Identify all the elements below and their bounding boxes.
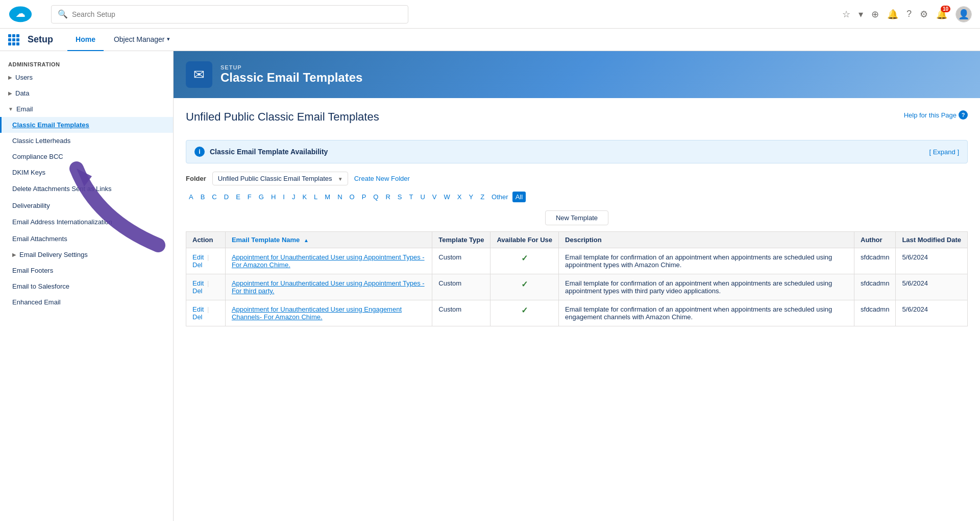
create-new-folder-link[interactable]: Create New Folder	[354, 175, 410, 182]
alpha-btn-D[interactable]: D	[221, 192, 232, 202]
alpha-btn-all[interactable]: All	[512, 192, 526, 202]
help-button[interactable]: ?	[906, 9, 912, 19]
alpha-btn-O[interactable]: O	[347, 192, 358, 202]
page-title: Classic Email Templates	[220, 70, 362, 85]
alpha-btn-T[interactable]: T	[406, 192, 416, 202]
alpha-btn-B[interactable]: B	[198, 192, 208, 202]
row3-name: Appointment for Unauthenticated User usi…	[225, 300, 432, 326]
favorites-button[interactable]: ☆	[842, 9, 850, 20]
alpha-btn-G[interactable]: G	[256, 192, 267, 202]
alpha-btn-L[interactable]: L	[311, 192, 321, 202]
row2-edit-link[interactable]: Edit	[192, 279, 204, 287]
col-action: Action	[186, 232, 226, 248]
sidebar-item-classic-letterheads[interactable]: Classic Letterheads	[0, 133, 173, 149]
alpha-btn-V[interactable]: V	[429, 192, 440, 202]
row2-template-link[interactable]: Appointment for Unauthenticated User usi…	[232, 279, 425, 295]
content-title: Unfiled Public Classic Email Templates	[186, 110, 968, 124]
tab-object-manager[interactable]: Object Manager ▾	[106, 29, 178, 51]
alpha-btn-M[interactable]: M	[322, 192, 333, 202]
salesforce-logo[interactable]: ☁	[8, 6, 33, 23]
alpha-btn-U[interactable]: U	[417, 192, 428, 202]
alpha-btn-K[interactable]: K	[299, 192, 310, 202]
alpha-btn-W[interactable]: W	[441, 192, 453, 202]
sidebar-item-classic-email-templates[interactable]: Classic Email Templates	[0, 117, 173, 133]
alpha-btn-Q[interactable]: Q	[370, 192, 381, 202]
sidebar-item-data[interactable]: ▶ Data	[0, 85, 173, 101]
row1-action: Edit | Del	[186, 248, 226, 274]
alpha-btn-C[interactable]: C	[209, 192, 219, 202]
col-description: Description	[559, 232, 854, 248]
sidebar-item-users[interactable]: ▶ Users	[0, 69, 173, 85]
row3-author: sfdcadmn	[854, 300, 896, 326]
settings-button[interactable]: ⚙	[920, 9, 928, 20]
alpha-btn-E[interactable]: E	[233, 192, 243, 202]
notifications-button[interactable]: 🔔 10	[936, 9, 947, 20]
sidebar-item-email-label: Email	[16, 105, 33, 113]
new-template-button[interactable]: New Template	[545, 210, 608, 225]
row3-edit-link[interactable]: Edit	[192, 305, 204, 313]
sidebar-item-enhanced-email[interactable]: Enhanced Email	[0, 294, 173, 310]
content-area: Help for this Page ? Unfiled Public Clas…	[174, 98, 980, 521]
sidebar-item-email[interactable]: ▼ Email	[0, 101, 173, 117]
row2-name: Appointment for Unauthenticated User usi…	[225, 274, 432, 300]
help-icon: ?	[959, 110, 968, 120]
col-template-type: Template Type	[432, 232, 491, 248]
row1-edit-link[interactable]: Edit	[192, 253, 204, 261]
alpha-btn-H[interactable]: H	[268, 192, 279, 202]
app-launcher-button[interactable]	[8, 34, 19, 45]
alpha-btn-A[interactable]: A	[186, 192, 197, 202]
alpha-btn-J[interactable]: J	[289, 192, 299, 202]
top-nav-right: ☆ ▾ ⊕ 🔔 ? ⚙ 🔔 10 👤	[842, 6, 972, 22]
sidebar-item-deliverability[interactable]: Deliverability	[0, 198, 173, 214]
sidebar-item-email-address-intl[interactable]: Email Address Internationalization	[0, 214, 173, 231]
sidebar-item-email-to-salesforce[interactable]: Email to Salesforce	[0, 278, 173, 294]
row1-del-link[interactable]: Del	[192, 261, 203, 269]
sidebar-item-delete-attachments[interactable]: Delete Attachments Sent as Links	[0, 180, 173, 198]
top-nav: ☁ 🔍 ☆ ▾ ⊕ 🔔 ? ⚙ 🔔 10 👤	[0, 0, 980, 29]
folder-row: Folder Unfiled Public Classic Email Temp…	[186, 172, 968, 185]
alpha-btn-Z[interactable]: Z	[477, 192, 487, 202]
expand-link[interactable]: [ Expand ]	[929, 148, 959, 156]
search-input[interactable]	[72, 10, 402, 18]
table-row: Edit | Del Appointment for Unauthenticat…	[186, 300, 968, 326]
info-section-label: Classic Email Template Availability	[210, 148, 328, 156]
alpha-btn-S[interactable]: S	[395, 192, 405, 202]
dkim-keys-label: DKIM Keys	[12, 169, 45, 176]
sidebar-item-email-footers[interactable]: Email Footers	[0, 263, 173, 278]
avatar[interactable]: 👤	[955, 6, 972, 22]
row1-check-icon: ✓	[521, 254, 528, 263]
alpha-btn-I[interactable]: I	[280, 192, 288, 202]
help-for-page-link[interactable]: Help for this Page ?	[904, 110, 968, 120]
favorites-dropdown-button[interactable]: ▾	[859, 9, 863, 20]
row3-del-link[interactable]: Del	[192, 313, 203, 321]
folder-select[interactable]: Unfiled Public Classic Email Templates	[212, 172, 348, 185]
col-modified: Last Modified Date	[896, 232, 968, 248]
row2-action-sep: |	[207, 279, 209, 287]
email-templates-table: Action Email Template Name ▲ Template Ty…	[186, 231, 968, 326]
alpha-btn-other[interactable]: Other	[488, 192, 511, 202]
search-icon: 🔍	[58, 9, 68, 19]
alerts-button[interactable]: 🔔	[887, 9, 898, 20]
alpha-btn-N[interactable]: N	[334, 192, 345, 202]
info-box: i Classic Email Template Availability [ …	[186, 140, 968, 163]
sidebar-item-dkim-keys[interactable]: DKIM Keys	[0, 164, 173, 180]
sidebar-item-compliance-bcc[interactable]: Compliance BCC	[0, 149, 173, 164]
alpha-btn-X[interactable]: X	[454, 192, 465, 202]
row2-del-link[interactable]: Del	[192, 287, 203, 295]
alpha-btn-F[interactable]: F	[244, 192, 255, 202]
alpha-btn-R[interactable]: R	[382, 192, 393, 202]
alpha-btn-Y[interactable]: Y	[465, 192, 476, 202]
main-content: ✉ SETUP Classic Email Templates Help for…	[174, 51, 980, 521]
row1-template-link[interactable]: Appointment for Unauthenticated User usi…	[232, 253, 425, 269]
sidebar-item-email-attachments[interactable]: Email Attachments	[0, 231, 173, 247]
admin-section-header: ADMINISTRATION	[0, 55, 173, 69]
alpha-btn-P[interactable]: P	[359, 192, 370, 202]
row3-template-link[interactable]: Appointment for Unauthenticated User usi…	[232, 305, 402, 321]
add-button[interactable]: ⊕	[871, 9, 879, 20]
data-chevron-icon: ▶	[8, 90, 12, 96]
notification-badge: 10	[941, 6, 950, 12]
tab-home[interactable]: Home	[67, 29, 104, 51]
col-template-name[interactable]: Email Template Name ▲	[225, 232, 432, 248]
page-header: ✉ SETUP Classic Email Templates	[174, 51, 980, 98]
sidebar-item-email-delivery-settings[interactable]: ▶ Email Delivery Settings	[0, 247, 173, 263]
